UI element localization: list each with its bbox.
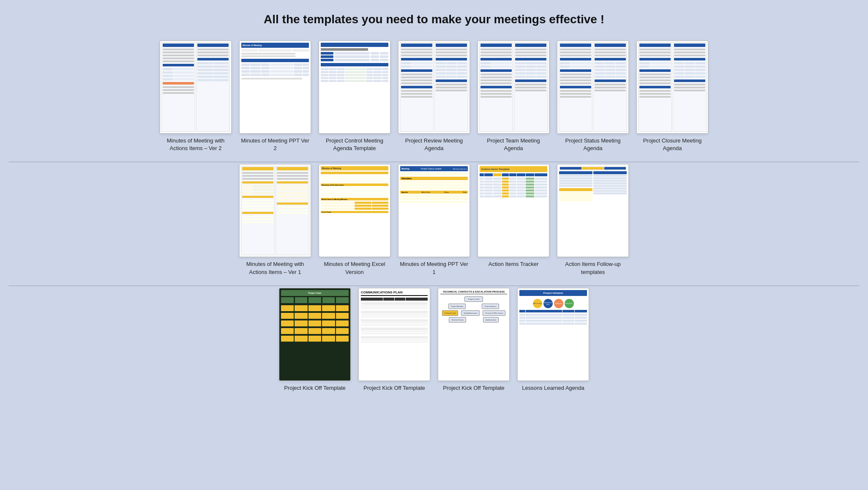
card-minutes-excel[interactable]: Minutes of Meeting Summary of the discus… xyxy=(319,164,390,276)
card-row-0: Minutes of Meeting with Actions Items – … xyxy=(8,41,860,152)
card-label-project-status: Project Status Meeting Agenda xyxy=(557,137,629,152)
card-label-project-closure: Project Closure Meeting Agenda xyxy=(636,137,708,152)
card-kickoff-1[interactable]: Project Team xyxy=(279,288,351,392)
card-minutes-ppt-v2[interactable]: Minutes of Meeting xyxy=(239,41,311,152)
card-label-project-review: Project Review Meeting Agenda xyxy=(398,137,470,152)
card-label-minutes-v2: Minutes of Meeting with Actions Items – … xyxy=(160,137,232,152)
page-title: All the templates you need to make your … xyxy=(8,8,860,30)
card-label-kickoff-2: Project Kick Off Template xyxy=(363,384,425,392)
card-lessons-learned[interactable]: Project Initiation What went well What d… xyxy=(517,288,589,392)
card-kickoff-3[interactable]: TECHNICAL CONTACTS & ESCALATION PROCESS … xyxy=(438,288,510,392)
card-label-minutes-ppt-v1: Minutes of Meeting PPT Ver 1 xyxy=(398,260,470,276)
card-label-project-control: Project Control Meeting Agenda Template xyxy=(319,137,390,152)
card-action-tracker[interactable]: Actions Items Template xyxy=(478,164,549,276)
card-label-lessons-learned: Lessons Learned Agenda xyxy=(522,384,584,392)
card-row-2: Project Team xyxy=(8,288,860,392)
card-label-action-tracker: Action Items Tracker xyxy=(489,260,538,268)
card-project-control[interactable]: Project Control Meeting Agenda Template xyxy=(319,41,390,152)
card-project-closure[interactable]: Project Closure Meeting Agenda xyxy=(636,41,708,152)
card-label-action-followup: Action Items Follow-up templates xyxy=(557,260,629,276)
card-label-kickoff-1: Project Kick Off Template xyxy=(284,384,345,392)
card-action-followup[interactable]: Action Items Follow-up templates xyxy=(557,164,629,276)
card-minutes-v2[interactable]: Minutes of Meeting with Actions Items – … xyxy=(160,41,232,152)
card-row-1: Minutes of Meeting with Actions Items – … xyxy=(8,164,860,276)
card-kickoff-2[interactable]: COMMUNICATIONS PLAN xyxy=(358,288,430,392)
card-label-minutes-actions-v1: Minutes of Meeting with Actions Items – … xyxy=(239,260,311,276)
card-label-project-team: Project Team Meeting Agenda xyxy=(478,137,549,152)
card-label-minutes-ppt-v2: Minutes of Meeting PPT Ver 2 xyxy=(239,137,311,152)
card-project-status[interactable]: Project Status Meeting Agenda xyxy=(557,41,629,152)
section-divider-1 xyxy=(8,285,860,286)
card-label-kickoff-3: Project Kick Off Template xyxy=(443,384,504,392)
section-divider-0 xyxy=(8,162,860,162)
card-project-review[interactable]: Project Review Meeting Agenda xyxy=(398,41,470,152)
card-label-minutes-excel: Minutes of Meeting Excel Version xyxy=(319,260,390,276)
card-minutes-ppt-v1[interactable]: Meeting Project Status Update Meeting Ob… xyxy=(398,164,470,276)
card-project-team[interactable]: Project Team Meeting Agenda xyxy=(478,41,549,152)
card-minutes-actions-v1[interactable]: Minutes of Meeting with Actions Items – … xyxy=(239,164,311,276)
